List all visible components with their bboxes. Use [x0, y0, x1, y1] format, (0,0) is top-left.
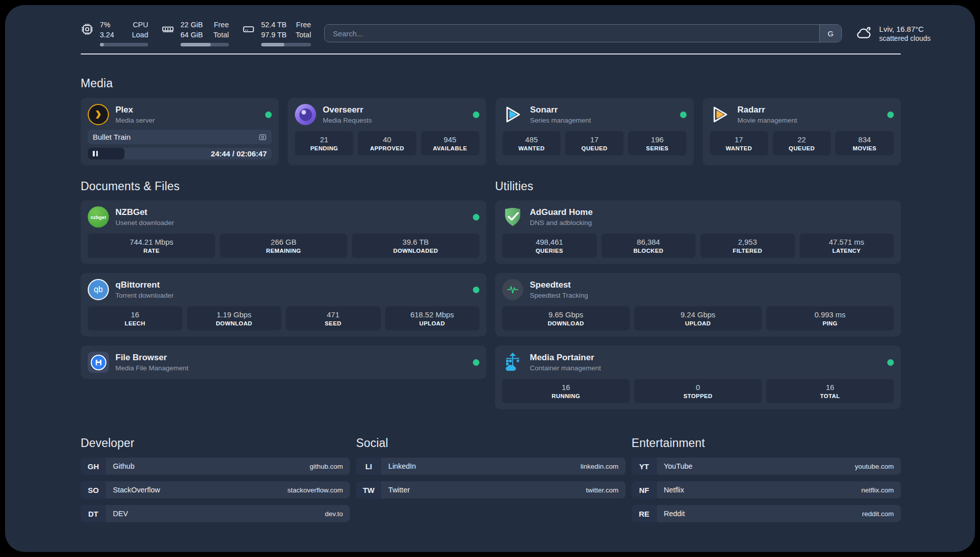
stat-label: UPLOAD — [419, 320, 445, 326]
bookmark-group-entertainment: Entertainment YT YouTube youtube.com NF … — [632, 436, 901, 529]
stat-value: 744.21 Mbps — [130, 238, 173, 246]
memory-progress-bar — [180, 43, 229, 46]
plex-icon — [88, 104, 109, 125]
stat-label: APPROVED — [370, 145, 404, 151]
search-input[interactable] — [325, 25, 819, 42]
bookmark-reddit[interactable]: RE Reddit reddit.com — [632, 505, 901, 522]
stat-box: 618.52 Mbps UPLOAD — [385, 306, 480, 330]
bookmark-url: linkedin.com — [581, 463, 619, 470]
app-title: AdGuard Home — [530, 207, 593, 217]
stat-value: 498,461 — [536, 238, 563, 246]
section-title-media: Media — [81, 77, 901, 90]
stat-value: 0.993 ms — [815, 310, 846, 319]
section-title-entertainment: Entertainment — [632, 436, 901, 450]
app-title: Media Portainer — [530, 353, 601, 363]
bookmark-dev[interactable]: DT DEV dev.to — [81, 505, 350, 522]
stat-value: 0 — [696, 383, 700, 392]
cpu-widget: 7% CPU 3.24 Load — [81, 20, 148, 46]
dashboard-panel: 7% CPU 3.24 Load 22 GiB Free 64 Gi — [5, 5, 975, 552]
stat-box: 744.21 Mbps RATE — [88, 234, 215, 258]
cpu-icon — [81, 23, 94, 46]
stat-value: 834 — [859, 135, 871, 144]
stat-box: 196 SERIES — [628, 131, 687, 155]
bookmark-netflix[interactable]: NF Netflix netflix.com — [632, 481, 901, 498]
stat-box: 16 TOTAL — [766, 379, 894, 403]
stat-box: 0.993 ms PING — [766, 306, 894, 330]
stat-value: 266 GB — [271, 238, 296, 246]
bookmark-group-social: Social LI LinkedIn linkedin.com TW Twitt… — [356, 436, 625, 529]
stat-label: DOWNLOADED — [393, 248, 438, 254]
bookmark-group-developer: Developer GH Github github.com SO StackO… — [81, 436, 350, 529]
stat-label: FILTERED — [732, 248, 762, 254]
search-engine-button[interactable]: G — [819, 25, 841, 42]
status-dot — [887, 112, 894, 118]
stat-value: 16 — [131, 310, 139, 319]
stat-value: 86,384 — [637, 238, 660, 246]
nzbget-icon: nzbget — [88, 206, 109, 228]
app-card-radarr[interactable]: Radarr Movie management 17 WANTED 22 QUE… — [703, 98, 901, 165]
bookmark-twitter[interactable]: TW Twitter twitter.com — [356, 481, 625, 498]
stat-box: 39.6 TB DOWNLOADED — [352, 234, 479, 258]
app-subtitle: Usenet downloader — [115, 219, 174, 227]
stat-label: RUNNING — [552, 393, 580, 399]
overseerr-icon — [295, 104, 316, 125]
bookmark-name: LinkedIn — [388, 462, 416, 470]
section-title-developer: Developer — [81, 436, 350, 450]
camera-icon — [259, 133, 267, 141]
stat-label: QUEUED — [581, 145, 607, 151]
stat-value: 22 — [798, 135, 806, 144]
app-subtitle: DNS and adblocking — [530, 219, 593, 227]
app-subtitle: Media Requests — [323, 117, 372, 124]
app-card-qbittorrent[interactable]: qb qBittorrent Torrent downloader 16 — [81, 273, 486, 337]
bookmark-stackoverflow[interactable]: SO StackOverflow stackoverflow.com — [81, 481, 350, 498]
weather-location: Lviv, 16.87°C — [879, 25, 931, 33]
app-card-speedtest[interactable]: Speedtest Speedtest Tracking 9.65 Gbps D… — [495, 273, 901, 337]
app-card-adguard[interactable]: AdGuard Home DNS and adblocking 498,461 … — [495, 200, 901, 264]
portainer-icon — [502, 352, 523, 373]
playback-progress-bar: 24:44 / 02:06:47 — [88, 148, 272, 159]
bookmark-linkedin[interactable]: LI LinkedIn linkedin.com — [356, 458, 625, 475]
disk-icon — [242, 23, 255, 46]
bookmark-github[interactable]: GH Github github.com — [81, 458, 350, 475]
bookmark-url: reddit.com — [862, 510, 894, 518]
stat-label: DOWNLOAD — [547, 320, 584, 326]
status-dot — [265, 112, 272, 118]
bookmark-name: Reddit — [664, 510, 685, 518]
bookmark-name: YouTube — [664, 462, 693, 470]
qbittorrent-icon: qb — [88, 279, 109, 300]
app-card-nzbget[interactable]: nzbget NZBGet Usenet downloader 744.21 M… — [81, 200, 486, 264]
cpu-label-bottom: Load — [128, 30, 148, 40]
bookmark-youtube[interactable]: YT YouTube youtube.com — [632, 458, 901, 475]
stat-box: 2,953 FILTERED — [700, 234, 795, 258]
bookmark-abbr: NF — [632, 481, 657, 498]
app-card-filebrowser[interactable]: File Browser Media File Management — [81, 346, 486, 379]
section-title-social: Social — [356, 436, 625, 450]
stat-box: 16 RUNNING — [502, 379, 630, 403]
playback-time: 24:44 / 02:06:47 — [211, 149, 272, 158]
speedtest-icon — [502, 279, 523, 300]
app-card-portainer[interactable]: Media Portainer Container management 16 … — [495, 346, 901, 409]
stat-value: 17 — [734, 135, 743, 144]
bookmark-name: Twitter — [388, 486, 410, 494]
app-subtitle: Torrent downloader — [115, 292, 174, 299]
app-card-sonarr[interactable]: Sonarr Series management 485 WANTED 17 Q… — [496, 98, 694, 165]
stat-box: 485 WANTED — [503, 131, 561, 155]
app-card-plex[interactable]: Plex Media server Bullet Train — [81, 98, 279, 165]
stat-label: MOVIES — [853, 145, 877, 151]
stat-box: 17 QUEUED — [565, 131, 624, 155]
pause-icon[interactable] — [93, 151, 98, 156]
bookmark-abbr: YT — [632, 458, 657, 475]
bookmark-abbr: TW — [356, 481, 381, 498]
stat-value: 945 — [444, 135, 456, 144]
app-card-overseerr[interactable]: Overseerr Media Requests 21 PENDING 40 A… — [288, 98, 486, 165]
stat-label: REMAINING — [266, 248, 301, 254]
status-dot — [473, 214, 479, 220]
disk-free-value: 52.4 TB — [261, 20, 287, 30]
stat-label: LEECH — [125, 320, 145, 326]
stat-value: 9.65 Gbps — [548, 310, 583, 319]
app-subtitle: Media server — [115, 117, 155, 124]
stat-label: DOWNLOAD — [216, 320, 252, 326]
status-dot — [887, 359, 894, 366]
stat-label: UPLOAD — [685, 320, 711, 326]
stat-value: 47.571 ms — [829, 238, 864, 246]
